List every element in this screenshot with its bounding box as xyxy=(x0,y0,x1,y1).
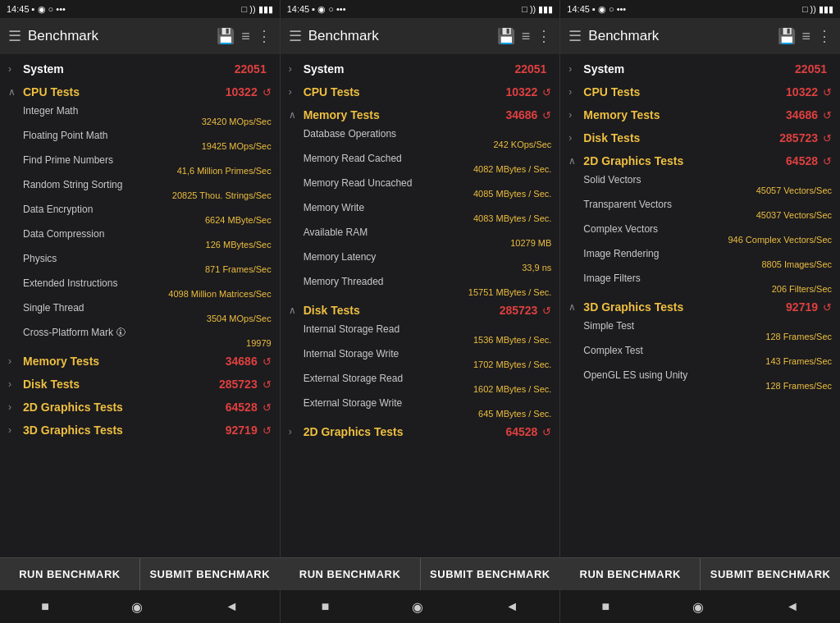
sub-mem-read-cached-2: Memory Read Cached 4082 MBytes / Sec. xyxy=(281,151,560,176)
section-system-2[interactable]: › System 22051 xyxy=(281,57,560,80)
hamburger-icon-2[interactable]: ☰ xyxy=(289,27,302,45)
section-disk-1[interactable]: › Disk Tests 285723 ↺ xyxy=(0,373,280,396)
section-disk-2[interactable]: ∧ Disk Tests 285723 ↺ xyxy=(281,299,560,322)
section-label-3d-1: 3D Graphics Tests xyxy=(23,424,226,437)
sub-val-cv-3: 946 Complex Vectors/Sec xyxy=(583,235,832,245)
submit-benchmark-btn-2[interactable]: SUBMIT BENCHMARK xyxy=(421,558,560,590)
section-cpu-2[interactable]: › CPU Tests 10322 ↺ xyxy=(281,80,560,103)
sub-name-prime-1: Find Prime Numbers xyxy=(23,154,272,166)
top-bar-1: ☰ Benchmark 💾 ≡ ⋮ xyxy=(0,18,280,54)
bottom-bar-2: RUN BENCHMARK SUBMIT BENCHMARK xyxy=(281,557,560,590)
nav-circle-2[interactable]: ◉ xyxy=(402,596,433,618)
hamburger-icon-1[interactable]: ☰ xyxy=(8,27,21,45)
more-icon-1[interactable]: ⋮ xyxy=(257,27,272,45)
nav-square-3[interactable]: ■ xyxy=(592,596,620,617)
section-cpu-3[interactable]: › CPU Tests 10322 ↺ xyxy=(560,80,840,103)
section-memory-3[interactable]: › Memory Tests 34686 ↺ xyxy=(560,103,840,126)
refresh-memory-3[interactable]: ↺ xyxy=(823,109,832,121)
section-3d-3[interactable]: ∧ 3D Graphics Tests 92719 ↺ xyxy=(560,295,840,318)
nav-square-2[interactable]: ■ xyxy=(312,596,340,617)
run-benchmark-btn-1[interactable]: RUN BENCHMARK xyxy=(0,558,140,590)
list-icon-2[interactable]: ≡ xyxy=(522,28,531,45)
list-icon-1[interactable]: ≡ xyxy=(241,28,250,45)
nav-square-1[interactable]: ■ xyxy=(31,596,59,617)
nav-back-2[interactable]: ◄ xyxy=(495,596,528,617)
sub-complex-test-3: Complex Test 143 Frames/Sec xyxy=(560,343,840,368)
nav-circle-3[interactable]: ◉ xyxy=(682,596,714,618)
section-label-memory-3: Memory Tests xyxy=(583,108,786,121)
refresh-memory-1[interactable]: ↺ xyxy=(262,355,272,368)
hamburger-icon-3[interactable]: ☰ xyxy=(568,27,582,45)
refresh-disk-3[interactable]: ↺ xyxy=(823,132,832,144)
refresh-3d-1[interactable]: ↺ xyxy=(262,424,272,437)
scroll-area-3[interactable]: › System 22051 › CPU Tests 10322 ↺ › Mem… xyxy=(560,54,840,557)
sub-encrypt-1: Data Encryption 6624 MByte/Sec xyxy=(0,202,280,227)
section-system-3[interactable]: › System 22051 xyxy=(560,57,840,80)
section-2d-1[interactable]: › 2D Graphics Tests 64528 ↺ xyxy=(0,396,280,419)
sub-single-1: Single Thread 3504 MOps/Sec xyxy=(0,300,280,325)
sub-opengl-3: OpenGL ES using Unity 128 Frames/Sec xyxy=(560,368,840,392)
sub-int-write-2: Internal Storage Write 1702 MBytes / Sec… xyxy=(281,346,560,371)
bottom-bar-1: RUN BENCHMARK SUBMIT BENCHMARK xyxy=(0,557,280,590)
section-memory-2[interactable]: ∧ Memory Tests 34686 ↺ xyxy=(281,103,560,126)
section-label-3d-3: 3D Graphics Tests xyxy=(583,300,786,314)
panel-2: ☰ Benchmark 💾 ≡ ⋮ › System 22051 › CPU T… xyxy=(281,18,561,590)
chevron-2d-2: › xyxy=(289,426,299,437)
chevron-memory-3: › xyxy=(568,109,578,121)
panel-1: ☰ Benchmark 💾 ≡ ⋮ › System 22051 ∧ CPU T… xyxy=(0,18,281,590)
sub-val-cross-1: 19979 xyxy=(23,338,272,348)
section-score-disk-3: 285723 xyxy=(779,131,818,144)
section-score-cpu-3: 10322 xyxy=(786,85,818,98)
sub-name-ram-2: Available RAM xyxy=(304,227,552,238)
section-2d-2[interactable]: › 2D Graphics Tests 64528 ↺ xyxy=(281,420,560,443)
run-benchmark-btn-3[interactable]: RUN BENCHMARK xyxy=(560,558,701,590)
submit-benchmark-btn-3[interactable]: SUBMIT BENCHMARK xyxy=(701,558,840,590)
sub-val-integer-1: 32420 MOps/Sec xyxy=(23,117,272,126)
more-icon-3[interactable]: ⋮ xyxy=(817,27,832,45)
top-bar-2: ☰ Benchmark 💾 ≡ ⋮ xyxy=(281,18,560,54)
nav-back-1[interactable]: ◄ xyxy=(216,596,249,617)
refresh-disk-1[interactable]: ↺ xyxy=(262,378,272,391)
section-score-3d-3: 92719 xyxy=(786,300,818,314)
scroll-area-1[interactable]: › System 22051 ∧ CPU Tests 10322 ↺ Integ… xyxy=(0,54,280,557)
save-icon-3[interactable]: 💾 xyxy=(778,27,796,45)
refresh-2d-3[interactable]: ↺ xyxy=(823,155,832,167)
list-icon-3[interactable]: ≡ xyxy=(802,28,811,45)
sub-prime-1: Find Prime Numbers 41,6 Million Primes/S… xyxy=(0,153,280,177)
section-disk-3[interactable]: › Disk Tests 285723 ↺ xyxy=(560,126,840,149)
sub-name-iw-2: Internal Storage Write xyxy=(304,348,552,360)
refresh-2d-1[interactable]: ↺ xyxy=(262,401,272,414)
save-icon-1[interactable]: 💾 xyxy=(217,27,235,45)
refresh-3d-3[interactable]: ↺ xyxy=(823,301,832,314)
refresh-disk-2[interactable]: ↺ xyxy=(542,305,551,317)
nav-back-3[interactable]: ◄ xyxy=(776,596,809,617)
nav-circle-1[interactable]: ◉ xyxy=(121,596,153,618)
submit-benchmark-btn-1[interactable]: SUBMIT BENCHMARK xyxy=(140,558,280,590)
refresh-2d-2[interactable]: ↺ xyxy=(542,426,551,438)
refresh-cpu-2[interactable]: ↺ xyxy=(542,86,551,98)
section-3d-1[interactable]: › 3D Graphics Tests 92719 ↺ xyxy=(0,419,280,442)
section-2d-3[interactable]: ∧ 2D Graphics Tests 64528 ↺ xyxy=(560,149,840,172)
status-segment-1: 14:45 ▪ ◉ ○ ••• □ )) ▮▮▮ xyxy=(0,0,281,18)
refresh-cpu-3[interactable]: ↺ xyxy=(823,86,832,98)
run-benchmark-btn-2[interactable]: RUN BENCHMARK xyxy=(281,558,421,590)
sub-val-ew-2: 645 MBytes / Sec. xyxy=(304,409,552,419)
more-icon-2[interactable]: ⋮ xyxy=(536,27,551,45)
section-label-system-2: System xyxy=(304,62,515,76)
sub-val-sort-1: 20825 Thou. Strings/Sec xyxy=(23,190,272,200)
section-system-1[interactable]: › System 22051 xyxy=(0,57,280,80)
section-score-2d-2: 64528 xyxy=(505,425,537,438)
save-icon-2[interactable]: 💾 xyxy=(497,27,515,45)
sub-name-tv-3: Transparent Vectors xyxy=(583,199,832,210)
sub-val-float-1: 19425 MOps/Sec xyxy=(23,141,272,151)
section-memory-1[interactable]: › Memory Tests 34686 ↺ xyxy=(0,350,280,373)
scroll-area-2[interactable]: › System 22051 › CPU Tests 10322 ↺ ∧ Mem… xyxy=(281,54,560,557)
chevron-cpu-2: › xyxy=(289,86,299,98)
sub-val-ram-2: 10279 MB xyxy=(304,238,552,248)
refresh-cpu-1[interactable]: ↺ xyxy=(262,86,272,98)
refresh-memory-2[interactable]: ↺ xyxy=(542,109,551,121)
section-score-cpu-1: 10322 xyxy=(226,85,258,98)
sub-db-ops-2: Database Operations 242 KOps/Sec xyxy=(281,126,560,151)
section-label-system-1: System xyxy=(23,62,235,76)
section-cpu-1[interactable]: ∧ CPU Tests 10322 ↺ xyxy=(0,80,280,103)
